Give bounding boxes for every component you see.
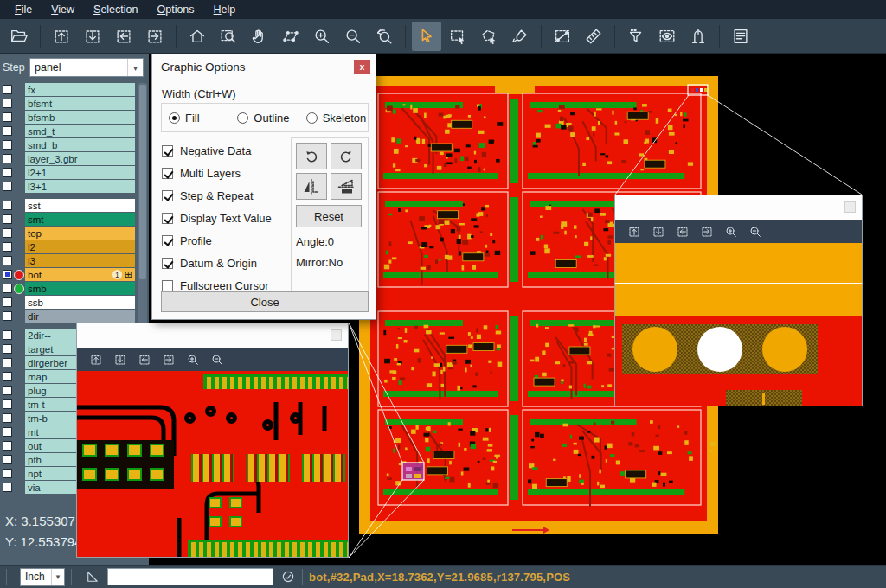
select-cursor-button[interactable] xyxy=(412,22,441,51)
layer-row[interactable]: smd_b xyxy=(0,138,135,151)
layer-visibility-checkbox[interactable] xyxy=(3,201,12,210)
scrollbar-thumb[interactable] xyxy=(139,85,146,279)
layer-visibility-checkbox[interactable] xyxy=(3,99,12,108)
layer-visibility-checkbox[interactable] xyxy=(3,311,12,321)
layer-visibility-checkbox[interactable] xyxy=(3,154,12,163)
mag-pan-right-button[interactable] xyxy=(696,221,718,242)
layer-row[interactable]: bot1⊞ xyxy=(0,268,135,281)
mag-zoom-out-button[interactable] xyxy=(206,349,228,370)
ruler-button[interactable] xyxy=(579,22,608,51)
layer-name[interactable]: l3+1 xyxy=(25,180,135,193)
display-option[interactable]: Profile xyxy=(162,229,287,252)
checkbox-icon[interactable] xyxy=(162,145,173,157)
layer-name[interactable]: smb⊞ xyxy=(25,282,135,295)
layer-name[interactable]: fx xyxy=(25,83,135,96)
layer-visibility-checkbox[interactable] xyxy=(3,344,12,354)
layer-visibility-checkbox[interactable] xyxy=(3,297,12,307)
layer-row[interactable]: fx xyxy=(0,83,135,96)
mirror-vertical-button[interactable] xyxy=(331,173,362,200)
checkbox-icon[interactable] xyxy=(162,213,173,224)
rect-select-button[interactable] xyxy=(443,22,472,51)
layer-row[interactable]: smb⊞ xyxy=(0,282,135,295)
layer-row[interactable]: dir⊞ xyxy=(0,310,135,323)
dialog-close-action-button[interactable]: Close xyxy=(161,291,369,312)
layer-name[interactable]: smd_t xyxy=(25,125,135,137)
layer-row[interactable]: smd_t xyxy=(0,125,135,137)
layer-visibility-checkbox[interactable] xyxy=(3,330,12,340)
layer-visibility-checkbox[interactable] xyxy=(3,214,12,224)
layer-visibility-checkbox[interactable] xyxy=(3,112,12,122)
layer-row[interactable]: l3⊞ xyxy=(0,254,135,267)
checkbox-icon[interactable] xyxy=(162,280,173,291)
radio-icon[interactable] xyxy=(169,112,180,124)
report-panel-button[interactable] xyxy=(726,22,755,51)
layer-name[interactable]: bfsmb xyxy=(25,111,135,124)
pan-down-button[interactable] xyxy=(78,22,107,51)
home-view-button[interactable] xyxy=(183,22,212,51)
command-input[interactable] xyxy=(107,568,273,585)
checkbox-icon[interactable] xyxy=(162,258,173,269)
layer-name[interactable]: dir⊞ xyxy=(25,310,135,323)
zoom-previous-button[interactable] xyxy=(369,22,399,51)
dialog-close-button[interactable]: x xyxy=(354,60,370,74)
corner-snap-icon[interactable] xyxy=(85,569,100,585)
dialog-titlebar[interactable]: Graphic Options xyxy=(152,54,376,79)
mag-pan-left-button[interactable] xyxy=(671,221,694,242)
view-options-button[interactable] xyxy=(652,22,682,51)
menu-item[interactable]: File xyxy=(5,2,42,17)
radio-icon[interactable] xyxy=(237,112,248,124)
layer-visibility-checkbox[interactable] xyxy=(3,284,12,293)
menu-item[interactable]: Options xyxy=(147,2,203,17)
layer-row[interactable]: bfsmt xyxy=(0,97,135,110)
layer-visibility-checkbox[interactable] xyxy=(3,372,12,381)
layer-visibility-checkbox[interactable] xyxy=(3,469,12,478)
display-option[interactable]: Display Text Value xyxy=(162,207,287,229)
layer-row[interactable]: ssb⊞ xyxy=(0,296,135,309)
layer-name[interactable]: sst⊞ xyxy=(25,199,135,212)
step-select[interactable]: panel ▾ xyxy=(29,58,144,77)
magnifier-titlebar[interactable] xyxy=(77,323,348,348)
layer-name[interactable]: bfsmt xyxy=(25,97,135,110)
mag-pan-down-button[interactable] xyxy=(109,349,132,370)
open-folder-button[interactable] xyxy=(4,22,34,51)
pan-left-button[interactable] xyxy=(109,22,138,51)
layer-row[interactable]: smt⊞ xyxy=(0,213,135,226)
layer-name[interactable]: ssb⊞ xyxy=(25,296,135,309)
layer-visibility-checkbox[interactable] xyxy=(3,85,12,94)
width-radio-option[interactable]: Outline xyxy=(230,112,299,125)
filter-button[interactable] xyxy=(621,22,651,51)
zoom-out-button[interactable] xyxy=(338,22,368,51)
layer-row[interactable]: l2⊞ xyxy=(0,240,135,253)
layer-visibility-checkbox[interactable] xyxy=(3,399,12,409)
display-option[interactable]: Multi Layers xyxy=(162,162,287,184)
layer-name[interactable]: smd_b xyxy=(25,138,135,151)
layer-visibility-checkbox[interactable] xyxy=(3,256,12,265)
layer-visibility-checkbox[interactable] xyxy=(3,455,12,464)
layer-visibility-checkbox[interactable] xyxy=(3,140,12,150)
layer-row[interactable]: top⊞ xyxy=(0,227,135,240)
display-option[interactable]: Datum & Origin xyxy=(162,252,287,274)
layer-name[interactable]: bot1⊞ xyxy=(25,268,135,281)
rotate-ccw-button[interactable] xyxy=(331,143,362,169)
rotate-cw-button[interactable] xyxy=(296,143,327,169)
mag-pan-right-button[interactable] xyxy=(157,349,180,370)
reset-button[interactable]: Reset xyxy=(296,205,362,227)
zoom-window-button[interactable] xyxy=(214,22,243,51)
radio-icon[interactable] xyxy=(306,112,318,124)
layer-visibility-checkbox[interactable] xyxy=(3,358,12,368)
layer-row[interactable]: sst⊞ xyxy=(0,199,135,212)
layer-visibility-checkbox[interactable] xyxy=(3,413,12,423)
layer-visibility-checkbox[interactable] xyxy=(3,182,12,191)
confirm-icon[interactable] xyxy=(280,569,296,585)
width-radio-option[interactable]: Skeleton xyxy=(299,112,368,125)
layer-row[interactable]: l2+1 xyxy=(0,166,135,179)
poly-select-button[interactable] xyxy=(474,22,504,51)
zoom-area-button[interactable] xyxy=(276,22,305,51)
layer-row[interactable]: bfsmb xyxy=(0,111,135,124)
layer-visibility-checkbox[interactable] xyxy=(3,168,12,177)
pan-up-button[interactable] xyxy=(47,22,76,51)
checkbox-icon[interactable] xyxy=(162,235,173,246)
pan-hand-button[interactable] xyxy=(245,22,274,51)
magnifier-menu-button[interactable] xyxy=(331,329,342,341)
layer-visibility-checkbox[interactable] xyxy=(3,270,12,279)
